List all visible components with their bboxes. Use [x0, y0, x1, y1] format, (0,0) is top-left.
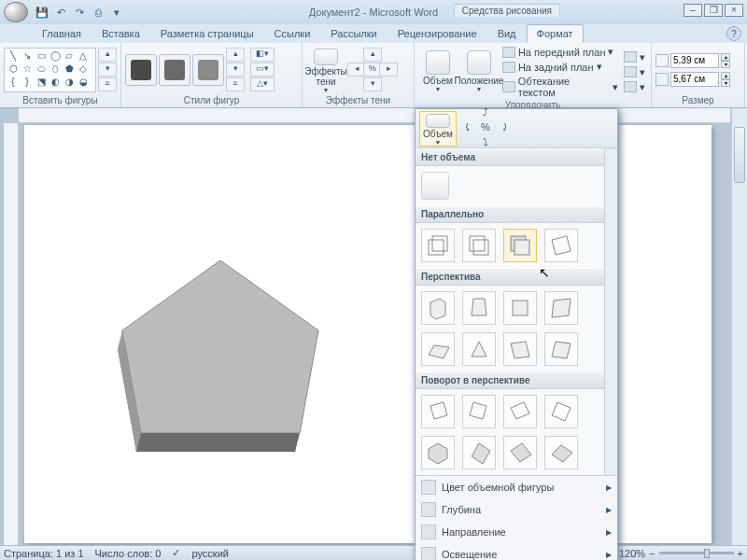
preset-persp[interactable]: [503, 332, 537, 366]
qat-more-icon[interactable]: ▾: [108, 4, 125, 21]
gallery-down-icon[interactable]: ▾: [226, 63, 245, 77]
shapes-gallery[interactable]: ╲↘▭◯▱△ ⬡☆⬭⬯⬟◇ {}⬔◐◑◒: [4, 48, 96, 92]
zoom-in-icon[interactable]: +: [738, 548, 743, 559]
shape-outline-button[interactable]: ▭▾: [250, 63, 275, 77]
preset-persp[interactable]: [462, 332, 496, 366]
scroll-thumb[interactable]: [734, 127, 745, 183]
preset-parallel-2[interactable]: [462, 229, 496, 262]
shape-line-icon[interactable]: ╲: [7, 50, 20, 62]
tab-mail[interactable]: Рассылки: [320, 24, 387, 43]
shape-icon[interactable]: ⬟: [63, 63, 76, 75]
preset-rot[interactable]: [462, 395, 496, 428]
qat-btn[interactable]: ⎙: [90, 4, 106, 21]
shape-oval-icon[interactable]: ◯: [49, 50, 62, 62]
shape-icon[interactable]: ⬔: [35, 77, 48, 88]
tab-home[interactable]: Главная: [32, 24, 92, 43]
zoom-level[interactable]: 120%: [619, 548, 645, 559]
group-button[interactable]: ▾: [622, 65, 647, 79]
shadow-effects-button[interactable]: Эффекты тени ▼: [306, 46, 345, 94]
preset-rot[interactable]: [421, 395, 455, 428]
volume-button[interactable]: Объем ▼: [419, 111, 457, 147]
preset-rot[interactable]: [544, 395, 578, 428]
gallery-more-icon[interactable]: ≡: [98, 77, 117, 91]
style-swatch-2[interactable]: [159, 54, 190, 86]
shape-change-button[interactable]: △▾: [250, 77, 275, 91]
preset-persp[interactable]: [421, 332, 455, 366]
status-language[interactable]: русский: [191, 548, 228, 559]
shape-callout-icon[interactable]: ▱: [63, 50, 76, 62]
zoom-out-icon[interactable]: −: [649, 548, 655, 559]
spin-down-icon[interactable]: ▾: [721, 61, 730, 68]
menu-lighting[interactable]: Освещение▶: [416, 543, 617, 560]
tab-insert[interactable]: Вставка: [92, 24, 150, 43]
tilt-right-icon[interactable]: ⤸: [496, 121, 513, 136]
minimize-button[interactable]: –: [684, 4, 702, 17]
spin-up-icon[interactable]: ▴: [721, 72, 730, 79]
dropdown-scrollbar[interactable]: [604, 148, 617, 475]
menu-direction[interactable]: Направление▶: [416, 521, 617, 543]
tab-view[interactable]: Вид: [487, 24, 527, 43]
preset-parallel-4[interactable]: [544, 229, 578, 262]
preset-rot[interactable]: [421, 436, 455, 469]
send-back-button[interactable]: На задний план ▾: [500, 60, 620, 74]
preset-persp[interactable]: [544, 332, 578, 366]
tab-review[interactable]: Рецензирование: [388, 24, 487, 43]
shape-icon[interactable]: ⬭: [35, 63, 48, 75]
close-button[interactable]: ×: [725, 4, 743, 17]
maximize-button[interactable]: ❐: [704, 4, 723, 17]
spin-down-icon[interactable]: ▾: [721, 79, 730, 87]
shape-curly-icon[interactable]: {: [7, 77, 20, 88]
office-button[interactable]: [4, 2, 28, 22]
menu-depth[interactable]: Глубина▶: [416, 498, 617, 521]
spin-up-icon[interactable]: ▴: [721, 53, 730, 61]
redo-icon[interactable]: ↷: [71, 4, 88, 21]
preset-rot[interactable]: [462, 436, 496, 469]
shape-pentagon-3d[interactable]: [108, 256, 332, 470]
shape-curly-icon[interactable]: }: [21, 77, 34, 88]
tab-layout[interactable]: Разметка страницы: [150, 24, 264, 43]
status-page[interactable]: Страница: 1 из 1: [4, 548, 84, 559]
gallery-down-icon[interactable]: ▾: [98, 63, 117, 77]
position-button[interactable]: Положение ▼: [459, 48, 499, 96]
style-swatch-3[interactable]: [192, 54, 224, 86]
gallery-up-icon[interactable]: ▴: [98, 48, 117, 62]
status-proof-icon[interactable]: ✓: [172, 547, 180, 559]
scrollbar-vertical[interactable]: [731, 108, 747, 545]
undo-icon[interactable]: ↶: [52, 4, 69, 21]
shape-icon[interactable]: ◑: [63, 77, 76, 88]
preset-rot[interactable]: [544, 436, 578, 469]
help-icon[interactable]: ?: [726, 26, 741, 41]
shape-icon[interactable]: ⬯: [49, 63, 62, 75]
preset-persp[interactable]: [421, 291, 455, 325]
shape-fill-button[interactable]: ◧▾: [250, 48, 275, 62]
preset-rot[interactable]: [503, 395, 537, 428]
ruler-vertical[interactable]: [4, 123, 19, 545]
shape-icon[interactable]: ☆: [21, 63, 34, 75]
shape-icon[interactable]: ◐: [49, 77, 62, 88]
preset-persp[interactable]: [503, 291, 537, 325]
shape-icon[interactable]: ⬡: [7, 63, 20, 75]
tilt-left-icon[interactable]: ⤹: [458, 121, 475, 136]
preset-rot[interactable]: [503, 436, 537, 469]
preset-parallel-1[interactable]: [421, 229, 455, 262]
width-input[interactable]: [670, 72, 719, 87]
preset-parallel-3[interactable]: [503, 229, 537, 262]
volume-button[interactable]: Объем ▼: [418, 48, 458, 96]
save-icon[interactable]: 💾: [34, 4, 50, 21]
shape-rect-icon[interactable]: ▭: [35, 50, 48, 62]
slider-knob[interactable]: [704, 549, 710, 558]
align-button[interactable]: ▾: [622, 50, 647, 64]
gallery-up-icon[interactable]: ▴: [226, 48, 245, 62]
nudge-right-icon[interactable]: ▸: [379, 63, 398, 77]
tilt-toggle-icon[interactable]: %: [477, 121, 494, 136]
style-swatch-1[interactable]: [125, 54, 157, 86]
zoom-slider[interactable]: [659, 552, 734, 554]
tab-refs[interactable]: Ссылки: [264, 24, 321, 43]
tilt-up-icon[interactable]: ⤴: [477, 106, 494, 121]
gallery-more-icon[interactable]: ≡: [226, 77, 245, 91]
preset-no-3d[interactable]: [421, 172, 449, 200]
height-input[interactable]: [670, 53, 719, 68]
rotate-button[interactable]: ▾: [622, 80, 647, 94]
shape-tri-icon[interactable]: △: [77, 50, 90, 62]
tab-format[interactable]: Формат: [527, 24, 584, 43]
